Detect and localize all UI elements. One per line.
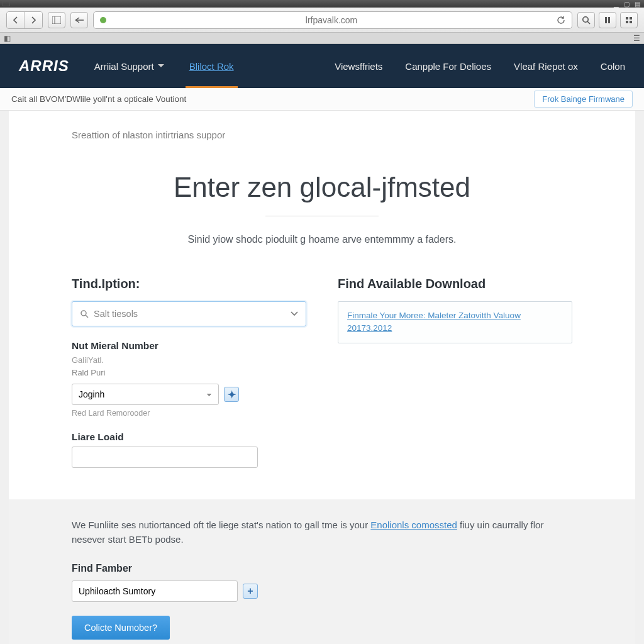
section-label: Sreattion of nlaston intirtrians suppor [72, 130, 572, 140]
find-number-label: Find Famber [72, 563, 572, 574]
window-maximize-icon[interactable]: ▢ [624, 1, 630, 8]
product-select-placeholder: Salt tiesols [94, 309, 291, 319]
title-divider [265, 216, 379, 216]
model-hint: Red Lard Remorooder [72, 409, 306, 418]
add-model-button[interactable]: ✦ [224, 387, 239, 402]
nav-active-label: Bliloct Rok [189, 61, 234, 72]
tab-menu-icon[interactable]: ☰ [633, 34, 640, 43]
find-number-input[interactable] [72, 580, 238, 602]
page-subtitle: Sinid yiow shodc pioduilt g hoame arve e… [72, 234, 572, 245]
nav-item-3[interactable]: Vleaf Riepet ox [514, 44, 578, 88]
reader-button[interactable] [599, 12, 616, 28]
footer-paragraph: We Funliite ses nutiortanced oft tle lie… [72, 518, 572, 547]
svg-rect-5 [630, 17, 632, 19]
svg-rect-7 [630, 21, 632, 23]
breadcrumb-bar: Cait all BVOM'DWlile yoll'nt a opticale … [0, 88, 644, 111]
chevron-down-icon [291, 311, 298, 316]
nav-support[interactable]: Arriial Support [94, 44, 164, 88]
add-number-button[interactable]: + [243, 584, 258, 599]
download-title: Find Available Download [338, 277, 572, 291]
nav-support-label: Arriial Support [94, 61, 154, 72]
footer-text-a: We Funliite ses nutiortanced oft tle lie… [72, 519, 370, 530]
nav-item-1[interactable]: Viewsffriets [335, 44, 382, 88]
find-option-label: Tind.Iption: [72, 277, 306, 291]
home-back-button[interactable] [70, 12, 88, 28]
chevron-down-icon [158, 64, 164, 70]
nav-forward-button[interactable] [25, 12, 42, 28]
footer-inline-link[interactable]: Enolionls comossted [370, 519, 457, 530]
svg-point-8 [81, 311, 86, 316]
model-number-label: Nut Mieral Number [72, 340, 306, 352]
download-link-line2: 20173.2012 [347, 322, 563, 335]
load-input[interactable] [72, 447, 258, 468]
svg-line-3 [587, 21, 590, 24]
refresh-icon[interactable] [557, 16, 565, 25]
browser-toolbar: lrfpavalk.com [0, 8, 644, 33]
svg-rect-4 [626, 17, 628, 19]
page-title: Enter zen glocal-jfmsted [72, 172, 572, 203]
site-header: ARRIS Arriial Support Bliloct Rok Viewsf… [0, 44, 644, 88]
load-label: Liare Loaid [72, 431, 306, 443]
model-input[interactable] [72, 384, 219, 405]
svg-rect-6 [626, 21, 628, 23]
nav-back-button[interactable] [7, 12, 25, 28]
download-result[interactable]: Finmale Your Moree: Maleter Zatovitth Va… [338, 301, 572, 343]
breadcrumb: Cait all BVOM'DWlile yoll'nt a opticale … [11, 94, 186, 104]
tab-favicon-icon: ◧ [4, 34, 11, 43]
svg-rect-0 [52, 16, 61, 24]
submit-button[interactable]: Colicte Numober? [72, 616, 170, 640]
model-sub1: GalilYatl. [72, 355, 306, 365]
window-minimize-icon[interactable]: ▁ [614, 1, 619, 8]
nav-active-tab[interactable]: Bliloct Rok [189, 44, 234, 88]
nav-item-4[interactable]: Colon [601, 44, 625, 88]
extensions-button[interactable] [620, 12, 638, 28]
svg-point-2 [583, 16, 588, 21]
search-button[interactable] [577, 12, 595, 28]
url-text: lrfpavalk.com [113, 15, 550, 25]
logo[interactable]: ARRIS [19, 57, 69, 75]
secure-lock-icon [100, 17, 106, 23]
firmware-link-button[interactable]: Frok Bainge Firmwane [534, 91, 633, 108]
window-list-icon[interactable]: ▤ [635, 1, 640, 8]
svg-line-9 [86, 315, 88, 318]
model-sub2: Rald Puri [72, 368, 306, 377]
sidebar-toggle-button[interactable] [48, 12, 65, 28]
nav-item-2[interactable]: Canpple For Delioes [405, 44, 491, 88]
address-bar[interactable]: lrfpavalk.com [93, 11, 572, 29]
product-select[interactable]: Salt tiesols [72, 301, 306, 326]
download-link-line1: Finmale Your Moree: Maleter Zatovitth Va… [347, 309, 563, 322]
search-icon [80, 309, 89, 318]
